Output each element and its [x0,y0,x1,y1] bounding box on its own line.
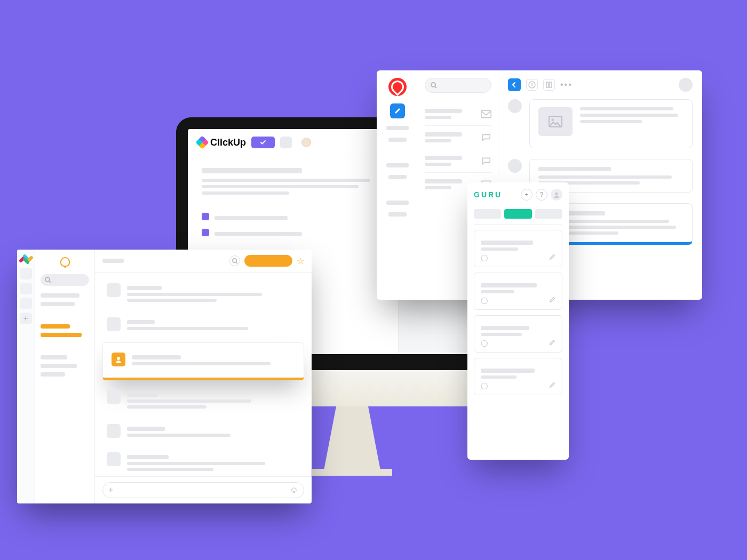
avatar-icon[interactable] [551,189,562,201]
edit-icon[interactable] [549,382,555,388]
channel-name-skeleton [102,259,124,263]
message-row[interactable] [95,418,312,446]
subtask-row[interactable] [202,229,384,238]
text-skeleton [127,434,231,437]
guru-card[interactable]: ◯ [474,358,562,395]
add-workspace-button[interactable]: + [20,313,32,324]
avatar-icon[interactable] [679,78,693,92]
feed-row [508,99,693,148]
secondary-pill[interactable] [280,137,292,148]
text-skeleton [214,216,288,220]
nav-item[interactable] [41,302,75,306]
svg-point-4 [117,357,120,360]
add-button[interactable]: + [521,189,533,201]
guru-card[interactable]: ◯ [474,315,562,353]
tab[interactable] [535,209,562,219]
message-row[interactable] [95,383,312,418]
compose-area: + ☺ [95,476,312,503]
checkbox-icon[interactable] [202,229,209,236]
avatar-icon [107,283,121,297]
workspace-item[interactable] [20,298,32,309]
tab[interactable] [474,209,501,219]
nav-item[interactable] [41,372,65,377]
verify-icon[interactable]: ◯ [481,254,488,261]
primary-action-button[interactable] [244,255,292,267]
avatar-icon[interactable] [301,138,311,147]
rail-skeleton [388,212,407,217]
workspace-item[interactable] [20,268,32,279]
edit-icon[interactable] [549,254,555,260]
message-row[interactable] [95,446,312,476]
edit-icon[interactable] [549,297,555,303]
verify-icon[interactable]: ◯ [481,382,488,389]
nav-item[interactable] [41,355,67,359]
text-skeleton [127,468,213,471]
star-icon[interactable]: ☆ [297,256,304,266]
nav-item-active[interactable] [41,324,70,329]
list-item[interactable] [425,102,491,126]
feed-card[interactable] [529,99,693,148]
text-skeleton [127,293,262,296]
nav-item-active[interactable] [41,333,82,337]
message-input[interactable]: + ☺ [102,482,304,498]
text-skeleton [580,120,642,123]
plus-icon: + [525,191,528,198]
text-skeleton [481,283,537,287]
subtask-row[interactable] [202,213,384,222]
search-button[interactable] [229,255,240,266]
guru-card[interactable]: ◯ [474,273,562,310]
help-button[interactable]: ? [536,189,547,201]
edit-icon[interactable] [549,339,555,346]
nav-item[interactable] [41,364,77,368]
more-icon[interactable]: ••• [560,80,573,90]
clock-button[interactable] [526,79,538,91]
avatar-icon [112,353,125,366]
slack-window: + ☆ [17,250,312,503]
chat-icon [481,157,491,165]
sidebar-search[interactable] [41,274,89,286]
text-skeleton [425,139,451,142]
guru-card[interactable]: ◯ [474,230,562,267]
text-skeleton [127,427,165,431]
workspace-item[interactable] [20,283,32,294]
status-pill[interactable] [251,137,275,148]
text-skeleton [127,299,217,302]
message-row-highlight[interactable] [102,342,304,380]
avatar-icon [107,317,121,331]
guru-header: GURU + ? [474,189,562,201]
verify-icon[interactable]: ◯ [481,339,488,347]
message-row[interactable] [95,277,312,311]
text-skeleton [481,247,518,251]
back-button[interactable] [508,78,521,91]
tab-active[interactable] [504,209,531,219]
columns-button[interactable] [543,79,555,91]
plus-icon[interactable]: + [108,485,113,495]
text-skeleton [425,109,462,113]
crm-logo-icon [388,78,407,96]
clock-icon [528,81,536,89]
verify-icon[interactable]: ◯ [481,297,488,304]
text-skeleton [127,462,265,465]
bell-icon[interactable] [60,257,70,267]
rail-skeleton [388,175,407,179]
text-skeleton [425,116,451,119]
arrow-left-icon [511,82,518,88]
message-row[interactable] [95,311,312,339]
list-item[interactable] [425,126,491,149]
text-skeleton [425,132,462,137]
checkbox-icon[interactable] [202,213,209,220]
svg-point-5 [431,83,435,87]
search-icon [45,277,51,283]
text-skeleton [425,156,462,160]
emoji-icon[interactable]: ☺ [290,485,298,495]
rail-skeleton [386,163,409,167]
chat-icon [481,133,491,142]
nav-item[interactable] [41,293,80,298]
list-item[interactable] [425,149,491,173]
help-icon: ? [540,191,544,198]
svg-point-13 [555,193,558,195]
text-skeleton [127,405,206,409]
imac-stand [312,406,392,476]
list-search[interactable] [425,78,491,93]
compose-button[interactable] [390,103,405,118]
